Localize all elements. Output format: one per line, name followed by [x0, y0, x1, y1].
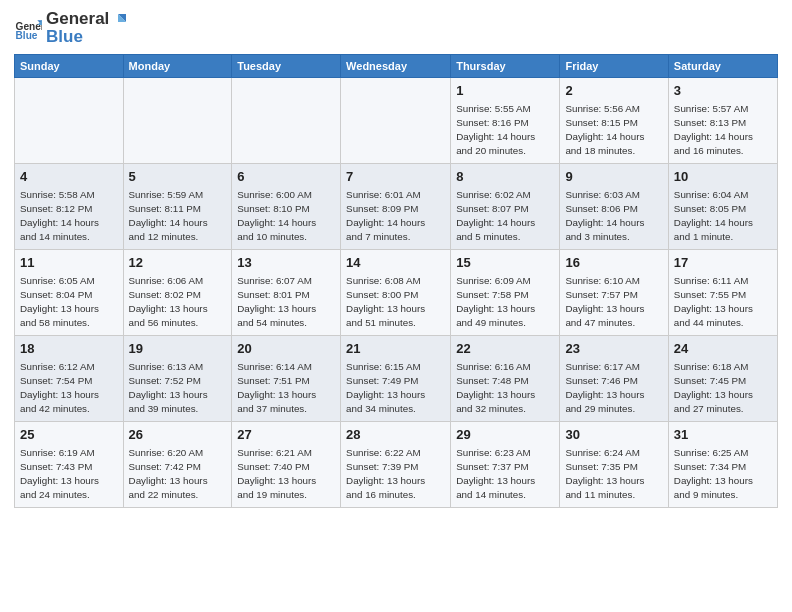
- day-number: 4: [20, 168, 118, 186]
- logo-text-block: General Blue: [46, 10, 127, 46]
- day-cell-0-0: [15, 77, 124, 163]
- logo-text: General: [46, 10, 127, 28]
- day-info: Sunrise: 6:02 AMSunset: 8:07 PMDaylight:…: [456, 188, 554, 245]
- day-number: 2: [565, 82, 662, 100]
- day-info: Sunrise: 6:11 AMSunset: 7:55 PMDaylight:…: [674, 274, 772, 331]
- day-info: Sunrise: 6:22 AMSunset: 7:39 PMDaylight:…: [346, 446, 445, 503]
- day-cell-0-1: [123, 77, 232, 163]
- day-number: 21: [346, 340, 445, 358]
- day-number: 9: [565, 168, 662, 186]
- day-number: 8: [456, 168, 554, 186]
- day-cell-3-1: 19Sunrise: 6:13 AMSunset: 7:52 PMDayligh…: [123, 335, 232, 421]
- day-number: 26: [129, 426, 227, 444]
- day-number: 7: [346, 168, 445, 186]
- day-info: Sunrise: 6:24 AMSunset: 7:35 PMDaylight:…: [565, 446, 662, 503]
- day-number: 31: [674, 426, 772, 444]
- day-number: 23: [565, 340, 662, 358]
- day-info: Sunrise: 6:04 AMSunset: 8:05 PMDaylight:…: [674, 188, 772, 245]
- week-row-4: 18Sunrise: 6:12 AMSunset: 7:54 PMDayligh…: [15, 335, 778, 421]
- calendar-header-row: Sunday Monday Tuesday Wednesday Thursday…: [15, 54, 778, 77]
- day-info: Sunrise: 6:16 AMSunset: 7:48 PMDaylight:…: [456, 360, 554, 417]
- day-cell-1-5: 9Sunrise: 6:03 AMSunset: 8:06 PMDaylight…: [560, 163, 668, 249]
- day-info: Sunrise: 6:17 AMSunset: 7:46 PMDaylight:…: [565, 360, 662, 417]
- day-number: 20: [237, 340, 335, 358]
- day-info: Sunrise: 5:58 AMSunset: 8:12 PMDaylight:…: [20, 188, 118, 245]
- col-friday: Friday: [560, 54, 668, 77]
- day-number: 11: [20, 254, 118, 272]
- day-cell-2-6: 17Sunrise: 6:11 AMSunset: 7:55 PMDayligh…: [668, 249, 777, 335]
- day-cell-3-5: 23Sunrise: 6:17 AMSunset: 7:46 PMDayligh…: [560, 335, 668, 421]
- day-cell-3-4: 22Sunrise: 6:16 AMSunset: 7:48 PMDayligh…: [451, 335, 560, 421]
- day-number: 16: [565, 254, 662, 272]
- day-info: Sunrise: 6:15 AMSunset: 7:49 PMDaylight:…: [346, 360, 445, 417]
- day-number: 29: [456, 426, 554, 444]
- day-info: Sunrise: 5:55 AMSunset: 8:16 PMDaylight:…: [456, 102, 554, 159]
- col-saturday: Saturday: [668, 54, 777, 77]
- day-cell-3-2: 20Sunrise: 6:14 AMSunset: 7:51 PMDayligh…: [232, 335, 341, 421]
- day-info: Sunrise: 6:19 AMSunset: 7:43 PMDaylight:…: [20, 446, 118, 503]
- day-info: Sunrise: 6:21 AMSunset: 7:40 PMDaylight:…: [237, 446, 335, 503]
- day-cell-2-5: 16Sunrise: 6:10 AMSunset: 7:57 PMDayligh…: [560, 249, 668, 335]
- day-cell-0-4: 1Sunrise: 5:55 AMSunset: 8:16 PMDaylight…: [451, 77, 560, 163]
- day-info: Sunrise: 6:08 AMSunset: 8:00 PMDaylight:…: [346, 274, 445, 331]
- day-number: 30: [565, 426, 662, 444]
- day-cell-3-3: 21Sunrise: 6:15 AMSunset: 7:49 PMDayligh…: [341, 335, 451, 421]
- svg-text:Blue: Blue: [16, 30, 38, 41]
- day-cell-0-3: [341, 77, 451, 163]
- day-info: Sunrise: 6:18 AMSunset: 7:45 PMDaylight:…: [674, 360, 772, 417]
- day-cell-3-0: 18Sunrise: 6:12 AMSunset: 7:54 PMDayligh…: [15, 335, 124, 421]
- day-cell-1-3: 7Sunrise: 6:01 AMSunset: 8:09 PMDaylight…: [341, 163, 451, 249]
- calendar-table: Sunday Monday Tuesday Wednesday Thursday…: [14, 54, 778, 508]
- day-cell-4-1: 26Sunrise: 6:20 AMSunset: 7:42 PMDayligh…: [123, 421, 232, 507]
- day-info: Sunrise: 6:03 AMSunset: 8:06 PMDaylight:…: [565, 188, 662, 245]
- header: General Blue General Blue: [14, 10, 778, 46]
- day-info: Sunrise: 6:10 AMSunset: 7:57 PMDaylight:…: [565, 274, 662, 331]
- day-cell-2-2: 13Sunrise: 6:07 AMSunset: 8:01 PMDayligh…: [232, 249, 341, 335]
- day-cell-4-5: 30Sunrise: 6:24 AMSunset: 7:35 PMDayligh…: [560, 421, 668, 507]
- day-cell-4-6: 31Sunrise: 6:25 AMSunset: 7:34 PMDayligh…: [668, 421, 777, 507]
- logo-blue-text: Blue: [46, 28, 127, 46]
- day-cell-1-1: 5Sunrise: 5:59 AMSunset: 8:11 PMDaylight…: [123, 163, 232, 249]
- day-cell-0-6: 3Sunrise: 5:57 AMSunset: 8:13 PMDaylight…: [668, 77, 777, 163]
- day-cell-1-4: 8Sunrise: 6:02 AMSunset: 8:07 PMDaylight…: [451, 163, 560, 249]
- day-cell-4-3: 28Sunrise: 6:22 AMSunset: 7:39 PMDayligh…: [341, 421, 451, 507]
- day-number: 12: [129, 254, 227, 272]
- day-info: Sunrise: 6:07 AMSunset: 8:01 PMDaylight:…: [237, 274, 335, 331]
- day-cell-0-2: [232, 77, 341, 163]
- day-cell-1-0: 4Sunrise: 5:58 AMSunset: 8:12 PMDaylight…: [15, 163, 124, 249]
- day-number: 25: [20, 426, 118, 444]
- day-number: 1: [456, 82, 554, 100]
- week-row-3: 11Sunrise: 6:05 AMSunset: 8:04 PMDayligh…: [15, 249, 778, 335]
- day-number: 22: [456, 340, 554, 358]
- day-cell-1-2: 6Sunrise: 6:00 AMSunset: 8:10 PMDaylight…: [232, 163, 341, 249]
- col-monday: Monday: [123, 54, 232, 77]
- day-number: 14: [346, 254, 445, 272]
- day-cell-4-0: 25Sunrise: 6:19 AMSunset: 7:43 PMDayligh…: [15, 421, 124, 507]
- day-info: Sunrise: 6:05 AMSunset: 8:04 PMDaylight:…: [20, 274, 118, 331]
- day-number: 19: [129, 340, 227, 358]
- logo-icon: General Blue: [14, 14, 42, 42]
- day-number: 3: [674, 82, 772, 100]
- day-info: Sunrise: 6:14 AMSunset: 7:51 PMDaylight:…: [237, 360, 335, 417]
- week-row-1: 1Sunrise: 5:55 AMSunset: 8:16 PMDaylight…: [15, 77, 778, 163]
- day-cell-2-0: 11Sunrise: 6:05 AMSunset: 8:04 PMDayligh…: [15, 249, 124, 335]
- day-number: 10: [674, 168, 772, 186]
- day-info: Sunrise: 6:25 AMSunset: 7:34 PMDaylight:…: [674, 446, 772, 503]
- page-container: General Blue General Blue Sunday Monday …: [0, 0, 792, 518]
- day-info: Sunrise: 5:56 AMSunset: 8:15 PMDaylight:…: [565, 102, 662, 159]
- day-info: Sunrise: 6:06 AMSunset: 8:02 PMDaylight:…: [129, 274, 227, 331]
- day-cell-4-4: 29Sunrise: 6:23 AMSunset: 7:37 PMDayligh…: [451, 421, 560, 507]
- day-number: 15: [456, 254, 554, 272]
- day-info: Sunrise: 6:09 AMSunset: 7:58 PMDaylight:…: [456, 274, 554, 331]
- day-info: Sunrise: 5:59 AMSunset: 8:11 PMDaylight:…: [129, 188, 227, 245]
- day-info: Sunrise: 6:23 AMSunset: 7:37 PMDaylight:…: [456, 446, 554, 503]
- day-cell-0-5: 2Sunrise: 5:56 AMSunset: 8:15 PMDaylight…: [560, 77, 668, 163]
- day-number: 6: [237, 168, 335, 186]
- day-info: Sunrise: 6:20 AMSunset: 7:42 PMDaylight:…: [129, 446, 227, 503]
- week-row-2: 4Sunrise: 5:58 AMSunset: 8:12 PMDaylight…: [15, 163, 778, 249]
- day-cell-2-4: 15Sunrise: 6:09 AMSunset: 7:58 PMDayligh…: [451, 249, 560, 335]
- col-tuesday: Tuesday: [232, 54, 341, 77]
- day-number: 24: [674, 340, 772, 358]
- logo: General Blue General Blue: [14, 10, 127, 46]
- col-wednesday: Wednesday: [341, 54, 451, 77]
